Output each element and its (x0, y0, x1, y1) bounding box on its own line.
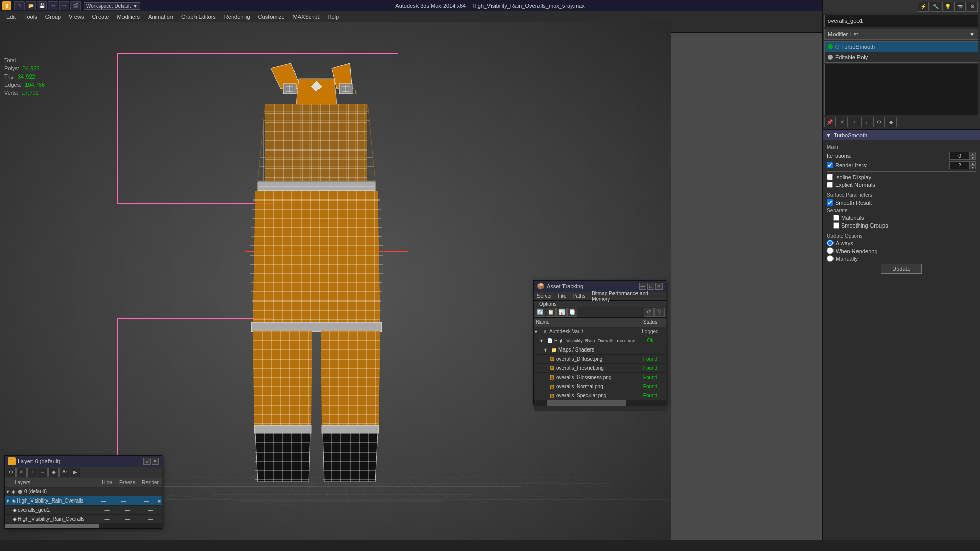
render-iters-up-btn[interactable]: ▲ (970, 161, 976, 165)
update-button[interactable]: Update (881, 264, 922, 274)
asset-row-4[interactable]: 🖼 overalls_Fresnel.png Found (534, 364, 666, 373)
asset-row-3[interactable]: 🖼 overalls_Diffuse.png Found (534, 355, 666, 364)
object-name-field[interactable]: overalls_geo1 (824, 15, 978, 27)
render-iters-down-btn[interactable]: ▼ (970, 165, 976, 169)
render-setup-btn[interactable]: 🎬 (70, 1, 81, 10)
new-btn[interactable]: □ (14, 1, 24, 10)
asset-menu-bitmap[interactable]: Bitmap Performance and Memory (589, 290, 666, 303)
move-up-btn[interactable]: ↑ (849, 117, 860, 127)
rp-icon-1[interactable]: ⚡ (918, 2, 929, 12)
asset-panel-maximize-btn[interactable]: □ (647, 283, 654, 290)
menu-customize[interactable]: Customize (254, 11, 289, 22)
materials-checkbox[interactable] (833, 215, 839, 221)
rp-icon-2[interactable]: 🔧 (930, 2, 941, 12)
asset-row-7[interactable]: 🖼 overalls_Specular.png Found (534, 391, 666, 400)
menu-views[interactable]: Views (65, 11, 88, 22)
layer-add-btn[interactable]: + (27, 468, 37, 477)
asset-tb-refresh[interactable]: ↺ (644, 308, 654, 317)
always-radio[interactable] (827, 240, 834, 246)
layer-3-hide[interactable]: — (98, 516, 116, 522)
explicit-normals-checkbox[interactable] (827, 182, 833, 188)
asset-menu-paths[interactable]: Paths (570, 293, 589, 299)
menu-edit[interactable]: Edit (2, 11, 20, 22)
layer-3-freeze[interactable]: — (116, 516, 139, 522)
layer-row-2[interactable]: ◆ overalls_geo1 — — — (5, 506, 162, 515)
render-iters-checkbox[interactable] (827, 162, 833, 168)
layer-panel-close-btn[interactable]: ✕ (152, 458, 159, 465)
layer-2-render[interactable]: — (139, 507, 162, 513)
rp-icon-5[interactable]: ⚙ (967, 2, 978, 12)
menu-help[interactable]: Help (324, 11, 344, 22)
asset-menu-server[interactable]: Server (534, 293, 555, 299)
render-iters-input[interactable] (949, 161, 970, 169)
asset-tb-1[interactable]: 🔄 (535, 308, 545, 317)
layer-settings-btn[interactable]: ⚙ (6, 468, 16, 477)
layer-0-hide[interactable]: — (98, 489, 116, 494)
asset-tb-3[interactable]: 📊 (556, 308, 567, 317)
save-btn[interactable]: 💾 (37, 1, 47, 10)
menu-tools[interactable]: Tools (20, 11, 41, 22)
delete-modifier-btn[interactable]: ✕ (837, 117, 848, 127)
layer-0-render[interactable]: — (139, 489, 162, 494)
redo-btn[interactable]: ↪ (59, 1, 69, 10)
layer-2-freeze[interactable]: — (116, 507, 139, 513)
layer-1-render[interactable]: — (135, 498, 158, 504)
asset-panel-minimize-btn[interactable]: — (639, 283, 646, 290)
asset-row-2[interactable]: ▼ 📁 Maps / Shaders (534, 345, 666, 355)
menu-modifiers[interactable]: Modifiers (113, 11, 144, 22)
asset-row-0[interactable]: ▼ 🖥 Autodesk Vault Logged (534, 327, 666, 336)
menu-create[interactable]: Create (88, 11, 113, 22)
menu-animation[interactable]: Animation (144, 11, 177, 22)
layer-select-objs-btn[interactable]: ◆ (48, 468, 59, 477)
iterations-up-btn[interactable]: ▲ (970, 152, 976, 156)
render-iters-spinner[interactable]: ▲ ▼ (949, 161, 976, 169)
asset-tb-2[interactable]: 📋 (546, 308, 556, 317)
open-btn[interactable]: 📂 (26, 1, 36, 10)
undo-btn[interactable]: ↩ (48, 1, 58, 10)
asset-tb-help[interactable]: ? (654, 308, 665, 317)
asset-menu-options[interactable]: Options (536, 300, 559, 307)
menu-graph-editors[interactable]: Graph Editors (177, 11, 220, 22)
make-unique-btn[interactable]: ◆ (886, 117, 897, 127)
iterations-spinner[interactable]: ▲ ▼ (949, 152, 976, 160)
modifier-list-label[interactable]: Modifier List ▼ (824, 29, 978, 40)
move-down-btn[interactable]: ↓ (861, 117, 872, 127)
layer-row-1[interactable]: ▼ ◈ High_Visibility_Rain_Overalls — — — … (5, 496, 162, 506)
isoline-display-checkbox[interactable] (827, 174, 833, 180)
menu-group[interactable]: Group (41, 11, 65, 22)
layer-scrollbar[interactable] (5, 524, 162, 528)
layer-delete-btn[interactable]: ✕ (16, 468, 27, 477)
modifier-editable-poly[interactable]: Editable Poly (825, 52, 978, 62)
rp-icon-3[interactable]: 💡 (942, 2, 953, 12)
layer-show-all-btn[interactable]: 👁 (59, 468, 69, 477)
manually-radio[interactable] (827, 255, 834, 262)
layer-panel-help-btn[interactable]: ? (143, 458, 151, 465)
config-modifier-btn[interactable]: ⚙ (873, 117, 885, 127)
turbosmooth-panel-header[interactable]: ▼ TurboSmooth (823, 129, 980, 140)
layer-1-freeze[interactable]: — (112, 498, 135, 504)
iterations-input[interactable] (949, 152, 970, 160)
menu-maxscript[interactable]: MAXScript (289, 11, 324, 22)
pin-stack-btn[interactable]: 📌 (824, 117, 836, 127)
asset-tb-4[interactable]: 📑 (567, 308, 577, 317)
layer-3-render[interactable]: — (139, 516, 162, 522)
rp-icon-4[interactable]: 📷 (954, 2, 966, 12)
layer-row-3[interactable]: ◆ High_Visibility_Rain_Overalls — — — (5, 515, 162, 524)
smooth-result-checkbox[interactable] (827, 199, 833, 206)
workspace-selector[interactable]: Workspace: Default ▼ (84, 2, 140, 10)
modifier-turbosmoooth[interactable]: TurboSmooth (825, 42, 978, 52)
asset-menu-file[interactable]: File (555, 293, 569, 299)
layer-move-to-btn[interactable]: → (38, 468, 48, 477)
layer-2-hide[interactable]: — (98, 507, 116, 513)
layer-expand-btn[interactable]: ▶ (70, 468, 80, 477)
smoothing-groups-checkbox[interactable] (833, 222, 839, 229)
layer-row-0[interactable]: ▼ ◈ 0 (default) — — — (5, 487, 162, 496)
asset-panel-close-btn[interactable]: ✕ (655, 283, 663, 290)
iterations-down-btn[interactable]: ▼ (970, 156, 976, 160)
asset-horizontal-scrollbar[interactable] (534, 400, 666, 406)
asset-row-5[interactable]: 🖼 overalls_Glossiness.png Found (534, 373, 666, 382)
asset-row-1[interactable]: ▼ 📄 High_Visibility_Rain_Overalls_max_vr… (534, 336, 666, 345)
layer-0-freeze[interactable]: — (116, 489, 139, 494)
menu-rendering[interactable]: Rendering (220, 11, 254, 22)
layer-1-hide[interactable]: — (94, 498, 112, 504)
